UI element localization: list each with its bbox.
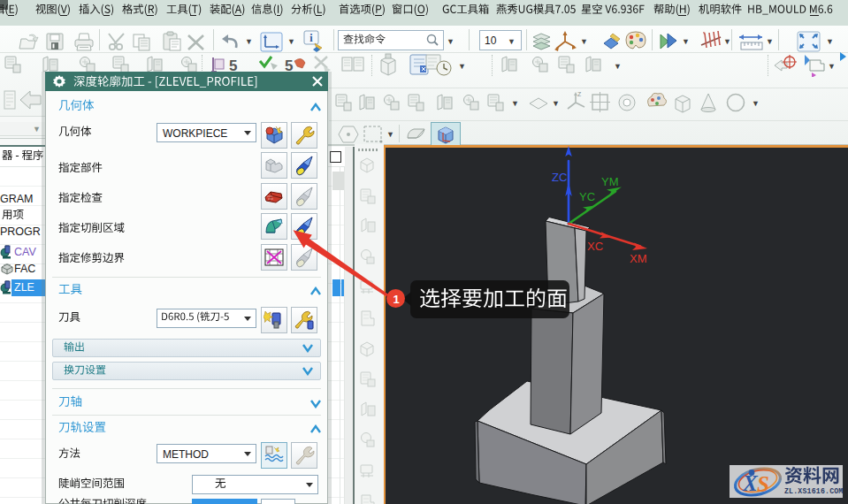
svg-text:Z: Z bbox=[577, 91, 582, 97]
svg-text:S: S bbox=[757, 472, 769, 496]
